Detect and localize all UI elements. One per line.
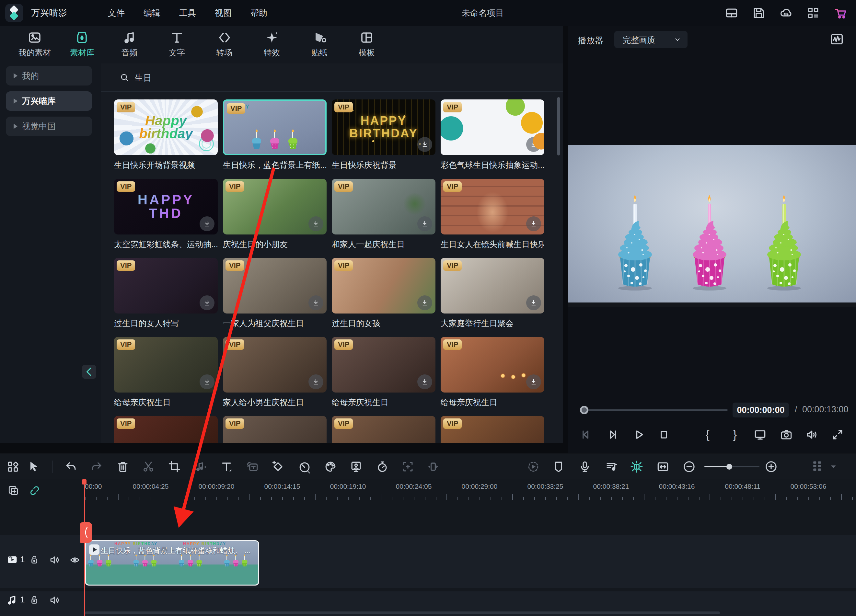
- download-button[interactable]: [417, 137, 432, 152]
- select-tool-button[interactable]: [26, 459, 41, 474]
- media-thumbnail[interactable]: VIP: [223, 179, 326, 235]
- timeline-scrollbar[interactable]: [85, 611, 720, 614]
- download-button[interactable]: [417, 217, 432, 231]
- motion-tracking-button[interactable]: [401, 459, 415, 474]
- timeline-zoom-out-button[interactable]: [682, 459, 696, 474]
- video-scope-icon[interactable]: [830, 32, 844, 47]
- media-item-2[interactable]: HAPPY BIRTHDAYVIP生日快乐庆祝背景: [332, 100, 436, 171]
- sidebar-item-2[interactable]: 视觉中国: [6, 117, 92, 136]
- media-item-18[interactable]: VIP: [332, 416, 436, 443]
- media-thumbnail[interactable]: VIP: [223, 258, 326, 313]
- media-thumbnail[interactable]: VIP: [332, 416, 436, 443]
- media-item-4[interactable]: HAPPY THDVIP太空霓虹彩虹线条、运动抽...: [114, 179, 218, 250]
- menu-4[interactable]: 帮助: [241, 0, 277, 26]
- download-button[interactable]: [526, 217, 541, 231]
- mark-in-button[interactable]: {: [701, 427, 715, 442]
- lock-icon[interactable]: [29, 594, 40, 606]
- media-item-14[interactable]: VIP给母亲庆祝生日: [332, 337, 436, 408]
- download-button[interactable]: [200, 375, 214, 389]
- download-button[interactable]: [417, 295, 432, 310]
- add-track-icon[interactable]: [7, 484, 20, 497]
- media-thumbnail[interactable]: VIP: [114, 416, 218, 443]
- fit-timeline-button[interactable]: [656, 459, 670, 474]
- add-marker-button[interactable]: [551, 459, 566, 474]
- split-button[interactable]: [141, 459, 155, 474]
- render-preview-button[interactable]: [526, 459, 540, 474]
- tab-text[interactable]: 文字: [153, 29, 200, 61]
- search-input[interactable]: [134, 69, 427, 86]
- playhead-handle[interactable]: [80, 522, 92, 543]
- media-item-9[interactable]: VIP一家人为祖父庆祝生日: [223, 258, 326, 329]
- quality-dropdown[interactable]: 完整画质: [614, 31, 688, 48]
- download-button[interactable]: [308, 217, 323, 231]
- media-thumbnail[interactable]: VIP: [332, 337, 436, 393]
- media-item-3[interactable]: VIP彩色气球生日快乐抽象运动...: [440, 100, 544, 171]
- media-thumbnail[interactable]: VIP: [440, 100, 544, 155]
- mark-out-button[interactable]: }: [728, 427, 742, 442]
- media-item-6[interactable]: VIP和家人一起庆祝生日: [332, 179, 436, 250]
- grid-scrollbar[interactable]: [557, 97, 560, 155]
- playhead-line[interactable]: [84, 480, 85, 616]
- timeline-clip[interactable]: HAPPY BIRTHDAYHAPPY BIRTHDAY 生日快乐，蓝色背景上有…: [85, 540, 259, 585]
- undo-button[interactable]: [64, 459, 78, 474]
- progress-knob[interactable]: [580, 406, 588, 414]
- media-item-7[interactable]: VIP生日女人在镜头前喊生日快乐: [440, 179, 544, 250]
- duration-button[interactable]: [375, 459, 390, 474]
- link-icon[interactable]: [29, 484, 41, 497]
- delete-button[interactable]: [115, 459, 130, 474]
- snapshot-button[interactable]: [779, 427, 793, 442]
- media-thumbnail[interactable]: VIP: [440, 416, 544, 443]
- media-item-16[interactable]: VIP: [114, 416, 218, 443]
- tab-media[interactable]: 我的素材: [11, 29, 59, 61]
- menu-2[interactable]: 工具: [170, 0, 205, 26]
- ripple-edit-button[interactable]: [426, 459, 440, 474]
- previous-frame-button[interactable]: [579, 427, 593, 442]
- tab-audio[interactable]: 音频: [106, 29, 153, 61]
- media-item-13[interactable]: VIP家人给小男生庆祝生日: [223, 337, 326, 408]
- tab-transition[interactable]: 转场: [201, 29, 248, 61]
- media-thumbnail[interactable]: VIP: [440, 337, 544, 393]
- download-button[interactable]: [526, 375, 541, 389]
- audio-mixer-button[interactable]: [604, 459, 618, 474]
- media-item-10[interactable]: VIP过生日的女孩: [332, 258, 436, 329]
- tab-template[interactable]: 模板: [343, 29, 390, 61]
- speech-to-text-button[interactable]: [245, 459, 260, 474]
- media-item-11[interactable]: VIP大家庭举行生日聚会: [440, 258, 544, 329]
- timeline-zoom-in-button[interactable]: [764, 459, 778, 474]
- show-media-panel-button[interactable]: [6, 459, 20, 474]
- timeline-zoom-slider[interactable]: [704, 466, 759, 467]
- add-text-button[interactable]: [219, 459, 234, 474]
- media-thumbnail[interactable]: HAPPYVIP: [223, 100, 326, 155]
- media-item-5[interactable]: VIP庆祝生日的小朋友: [223, 179, 326, 250]
- media-thumbnail[interactable]: VIP: [440, 179, 544, 235]
- download-button[interactable]: [526, 295, 541, 310]
- auto-ripple-button[interactable]: [630, 459, 644, 474]
- media-thumbnail[interactable]: HAPPY BIRTHDAYVIP: [332, 100, 436, 155]
- download-button[interactable]: [526, 137, 541, 152]
- media-item-17[interactable]: VIP: [223, 416, 326, 443]
- menu-3[interactable]: 视图: [205, 0, 241, 26]
- sidebar-item-1[interactable]: 万兴喵库: [6, 91, 92, 111]
- crop-button[interactable]: [167, 459, 182, 474]
- eye-icon[interactable]: [69, 554, 81, 566]
- media-thumbnail[interactable]: VIP: [114, 337, 218, 393]
- detach-audio-button[interactable]: [193, 459, 208, 474]
- media-thumbnail[interactable]: VIP: [332, 258, 436, 313]
- play-button[interactable]: [632, 427, 646, 442]
- layout-panel-icon[interactable]: [724, 6, 739, 20]
- grid-menu-icon[interactable]: [806, 6, 821, 20]
- download-button[interactable]: [308, 375, 323, 389]
- lock-icon[interactable]: [29, 554, 40, 565]
- media-thumbnail[interactable]: VIP: [223, 337, 326, 393]
- download-button[interactable]: [308, 295, 323, 310]
- tab-stock[interactable]: 素材库: [59, 29, 106, 61]
- media-item-8[interactable]: VIP过生日的女人特写: [114, 258, 218, 329]
- keyframe-button[interactable]: [271, 459, 285, 474]
- tab-effects[interactable]: 特效: [248, 29, 296, 61]
- color-correction-button[interactable]: [323, 459, 337, 474]
- media-thumbnail[interactable]: VIP: [440, 258, 544, 313]
- media-item-1[interactable]: HAPPYVIP生日快乐，蓝色背景上有纸...: [223, 100, 326, 171]
- media-item-0[interactable]: Happy birthdayVIP生日快乐开场背景视频: [114, 100, 218, 171]
- menu-0[interactable]: 文件: [99, 0, 134, 26]
- media-thumbnail[interactable]: Happy birthdayVIP: [114, 100, 218, 155]
